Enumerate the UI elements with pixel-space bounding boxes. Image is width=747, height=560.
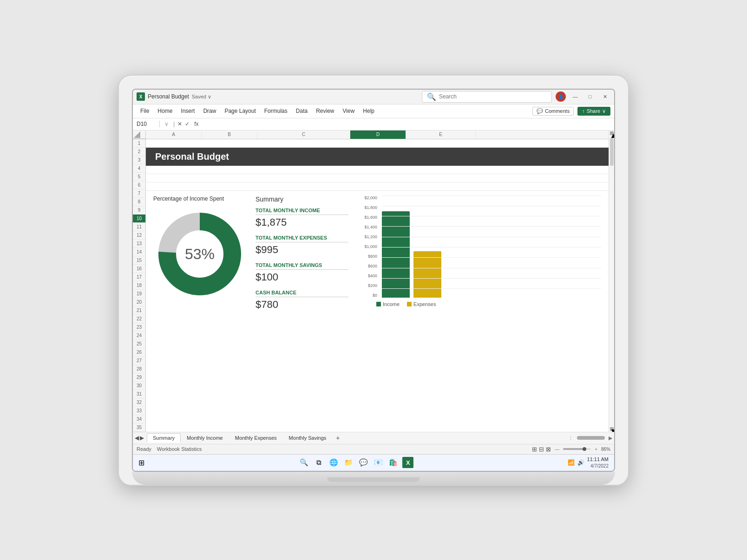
page-layout-icon[interactable]: ⊟: [539, 446, 544, 453]
tab-monthly-savings[interactable]: Monthly Savings: [283, 433, 333, 443]
search-icon: 🔍: [427, 92, 436, 101]
menu-formulas[interactable]: Formulas: [261, 106, 291, 116]
tab-monthly-expenses[interactable]: Monthly Expenses: [229, 433, 283, 443]
laptop-base: [132, 472, 615, 485]
row-31: 31: [133, 390, 145, 398]
row-33: 33: [133, 407, 145, 415]
col-header-b: B: [202, 130, 257, 139]
vertical-scrollbar[interactable]: ▲ ▼: [609, 130, 614, 432]
taskbar-mail[interactable]: 📧: [373, 457, 384, 468]
formula-divider: |: [173, 121, 175, 127]
menu-view[interactable]: View: [339, 106, 359, 116]
taskbar-time: 11:11 AM: [587, 456, 609, 462]
taskbar-date: 4/7/2022: [587, 463, 609, 469]
checkmark-icon: ✕: [177, 121, 182, 127]
savings-value: $100: [256, 271, 348, 283]
taskbar-edge[interactable]: 🌐: [328, 457, 339, 468]
row-17: 17: [133, 273, 145, 281]
horizontal-scrollbar-thumb[interactable]: [577, 436, 605, 440]
row-12: 12: [133, 231, 145, 240]
tab-scroll-right[interactable]: ▶: [609, 435, 612, 441]
y-1000: $1,000: [364, 244, 377, 249]
title-bar-left: X Personal Budget Saved ∨: [137, 92, 418, 101]
chart-legend: Income Expenses: [358, 301, 601, 307]
title-bar: X Personal Budget Saved ∨ 🔍 👤 — □ ✕: [133, 90, 614, 104]
minimize-button[interactable]: —: [570, 91, 581, 102]
comments-button[interactable]: 💬 Comments: [532, 107, 574, 116]
menu-data[interactable]: Data: [292, 106, 311, 116]
taskbar: ⊞ 🔍 ⧉ 🌐 📁 💬 📧 🛍️ X 📶 🔊 11:11 AM 4/7/2022: [133, 454, 614, 471]
tab-ellipsis[interactable]: ⋮: [568, 435, 573, 441]
row-23: 23: [133, 323, 145, 332]
scroll-down-arrow[interactable]: ▼: [610, 427, 614, 431]
status-right: ⊞ ⊟ ⊠ — + 86%: [532, 446, 610, 453]
view-icons: ⊞ ⊟ ⊠: [532, 446, 551, 453]
expenses-label: TOTAL MONTHLY EXPENSES: [256, 235, 348, 242]
start-button[interactable]: ⊞: [138, 458, 144, 467]
income-value: $1,875: [256, 216, 348, 228]
taskbar-files[interactable]: 📁: [343, 457, 354, 468]
time-block[interactable]: 11:11 AM 4/7/2022: [587, 456, 609, 469]
menu-page-layout[interactable]: Page Layout: [221, 106, 259, 116]
balance-label: CASH BALANCE: [256, 290, 348, 297]
scroll-thumb[interactable]: [610, 138, 614, 166]
bar-chart-area: $2,000 $1,800 $1,600 $1,400 $1,200 $1,00…: [358, 195, 601, 298]
workbook-stats: Workbook Statistics: [157, 446, 202, 452]
menu-home[interactable]: Home: [154, 106, 176, 116]
zoom-minus[interactable]: —: [555, 447, 559, 452]
comments-icon: 💬: [537, 108, 543, 114]
taskbar-store[interactable]: 🛍️: [387, 457, 399, 468]
zoom-plus[interactable]: +: [595, 447, 597, 452]
search-box[interactable]: 🔍: [422, 91, 552, 103]
row-18: 18: [133, 281, 145, 290]
maximize-button[interactable]: □: [584, 91, 596, 102]
taskbar-excel[interactable]: X: [402, 457, 413, 468]
row-16: 16: [133, 265, 145, 273]
menu-insert[interactable]: Insert: [177, 106, 198, 116]
donut-section-label: Percentage of Income Spent: [153, 195, 246, 202]
scroll-up-arrow[interactable]: ▲: [610, 131, 614, 135]
search-input[interactable]: [439, 93, 547, 100]
summary-income: TOTAL MONTHLY INCOME $1,875: [256, 208, 348, 228]
taskbar-search[interactable]: 🔍: [298, 457, 309, 468]
volume-icon[interactable]: 🔊: [577, 459, 584, 466]
tab-add-button[interactable]: +: [332, 433, 343, 443]
menu-review[interactable]: Review: [312, 106, 338, 116]
y-axis: $2,000 $1,800 $1,600 $1,400 $1,200 $1,00…: [358, 195, 380, 298]
laptop-notch: [327, 477, 420, 482]
taskbar-chat[interactable]: 💬: [358, 457, 369, 468]
laptop-frame: X Personal Budget Saved ∨ 🔍 👤 — □ ✕ File…: [118, 75, 629, 486]
tab-monthly-income[interactable]: Monthly Income: [181, 433, 229, 443]
row-1-cells: [146, 139, 609, 148]
legend-income-dot: [376, 302, 381, 306]
row-25: 25: [133, 340, 145, 348]
share-icon: ↑: [582, 108, 585, 114]
status-bar: Ready Workbook Statistics ⊞ ⊟ ⊠ — + 86%: [133, 444, 614, 454]
taskbar-task-view[interactable]: ⧉: [313, 457, 324, 468]
tab-summary[interactable]: Summary: [147, 433, 181, 443]
row-3-cells: [146, 166, 609, 174]
row-30: 30: [133, 382, 145, 390]
cell-reference-input[interactable]: [137, 121, 160, 127]
corner-cell: [133, 130, 146, 139]
row-3: 3: [133, 156, 145, 164]
menu-help[interactable]: Help: [359, 106, 378, 116]
wifi-icon[interactable]: 📶: [568, 459, 575, 466]
page-break-icon[interactable]: ⊠: [546, 446, 551, 453]
file-title: Personal Budget: [148, 93, 189, 100]
menu-draw[interactable]: Draw: [199, 106, 220, 116]
share-button[interactable]: ↑ Share ∨: [577, 107, 610, 116]
summary-savings: TOTAL MONTHLY SAVINGS $100: [256, 262, 348, 283]
normal-view-icon[interactable]: ⊞: [532, 446, 537, 453]
row-5-cells: [146, 182, 609, 191]
zoom-slider[interactable]: [563, 448, 591, 450]
close-button[interactable]: ✕: [599, 91, 610, 102]
tab-nav-next[interactable]: ▶: [140, 435, 144, 441]
summary-title: Summary: [256, 195, 348, 203]
excel-icon: X: [137, 92, 145, 101]
tab-nav-prev[interactable]: ◀: [135, 435, 139, 441]
cancel-icon: ✓: [185, 121, 190, 127]
savings-label: TOTAL MONTHLY SAVINGS: [256, 262, 348, 270]
menu-file[interactable]: File: [137, 106, 153, 116]
donut-chart: 53%: [153, 208, 246, 300]
